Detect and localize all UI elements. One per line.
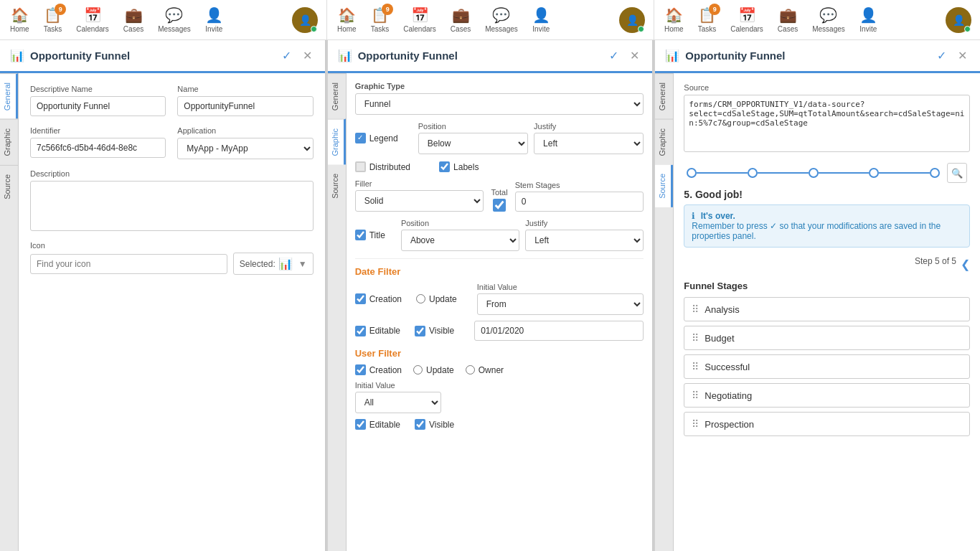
- total-checkbox[interactable]: [493, 199, 506, 212]
- date-initial-value-label: Initial Value: [477, 283, 644, 291]
- date-creation-label[interactable]: Creation: [355, 293, 402, 304]
- stem-stages-label: Stem Stages: [515, 181, 644, 189]
- nav-messages-3[interactable]: 💬 Messages: [805, 4, 852, 36]
- identifier-input[interactable]: [30, 138, 166, 158]
- nav-calendars-2[interactable]: 📅 Calendars: [396, 4, 443, 36]
- stage-name-successful: Successful: [705, 362, 750, 372]
- panel-2-check-btn[interactable]: ✓: [606, 47, 621, 64]
- stage-successful: ⠿ Successful: [684, 354, 970, 379]
- nav-tasks-2[interactable]: 📋 9 Tasks: [364, 4, 397, 36]
- panel-2-close-btn[interactable]: ✕: [627, 47, 642, 64]
- nav-calendars-1[interactable]: 📅 Calendars: [69, 4, 116, 36]
- calendars-icon-2: 📅: [411, 6, 429, 24]
- legend-checkbox-label[interactable]: Legend: [355, 133, 398, 143]
- panel-3-tab-source[interactable]: Source: [655, 165, 673, 207]
- panel-2-tab-graphic[interactable]: Graphic: [328, 119, 346, 165]
- date-editable-checkbox[interactable]: [355, 326, 366, 336]
- identifier-label: Identifier: [30, 126, 166, 135]
- date-visible-checkbox[interactable]: [415, 326, 425, 336]
- panel-3-tab-general[interactable]: General: [655, 73, 673, 119]
- panel-1: 📊 Opportunity Funnel ✓ ✕ General Graphic…: [0, 40, 326, 551]
- step-counter: Step 5 of 5: [915, 256, 956, 266]
- nav-cases-2[interactable]: 💼 Cases: [443, 4, 478, 36]
- calendars-icon-3: 📅: [738, 6, 756, 24]
- invite-icon-2: 👤: [532, 6, 550, 24]
- date-initial-value-select[interactable]: FromLast 7 daysLast 30 daysAll: [477, 293, 644, 315]
- step-back-btn[interactable]: ❮: [961, 258, 970, 271]
- justify-select-1[interactable]: LeftCenterRight: [534, 133, 644, 154]
- title-checkbox-label[interactable]: Title: [355, 230, 385, 240]
- name-input[interactable]: [177, 96, 313, 116]
- graphic-type-select[interactable]: Funnel: [355, 93, 644, 115]
- panel-3-tab-graphic[interactable]: Graphic: [655, 119, 673, 165]
- nav-invite-2[interactable]: 👤 Invite: [525, 4, 557, 36]
- nav-calendars-3[interactable]: 📅 Calendars: [723, 4, 771, 36]
- date-creation-checkbox[interactable]: [355, 293, 366, 304]
- position-select-1[interactable]: BelowAboveLeftRight: [418, 133, 528, 154]
- user-update-radio[interactable]: [413, 365, 423, 375]
- nav-cases-1[interactable]: 💼 Cases: [116, 4, 151, 36]
- stage-name-prospection: Prospection: [705, 419, 754, 430]
- position-select-2[interactable]: AboveBelow: [401, 230, 519, 251]
- distributed-checkbox[interactable]: [355, 161, 366, 172]
- panel-2-tab-general[interactable]: General: [328, 73, 346, 119]
- legend-checkbox[interactable]: [355, 133, 366, 143]
- panel-1-tab-source[interactable]: Source: [0, 165, 18, 208]
- user-visible-checkbox[interactable]: [415, 419, 425, 430]
- step-search-btn[interactable]: 🔍: [947, 163, 967, 183]
- nav-messages-1[interactable]: 💬 Messages: [151, 4, 198, 36]
- chart-icon-2: 📊: [338, 49, 352, 62]
- icon-selected-display: Selected: 📊 ▼: [233, 253, 314, 275]
- panel-1-check-btn[interactable]: ✓: [279, 47, 294, 64]
- distributed-label[interactable]: Distributed: [355, 161, 410, 172]
- user-editable-label[interactable]: Editable: [355, 419, 400, 430]
- panel-2-tab-source[interactable]: Source: [328, 165, 346, 207]
- filler-select[interactable]: SolidGradient: [355, 190, 484, 212]
- panel-1-tab-general[interactable]: General: [0, 73, 18, 119]
- date-editable-label[interactable]: Editable: [355, 326, 400, 336]
- user-editable-checkbox[interactable]: [355, 419, 366, 430]
- nav-invite-3[interactable]: 👤 Invite: [852, 4, 885, 36]
- nav-tasks-1[interactable]: 📋 9 Tasks: [37, 4, 70, 36]
- nav-messages-2[interactable]: 💬 Messages: [478, 4, 525, 36]
- stem-stages-input[interactable]: [515, 192, 644, 212]
- user-update-label[interactable]: Update: [413, 365, 454, 375]
- descriptive-name-input[interactable]: [30, 96, 166, 116]
- panel-1-title: Opportunity Funnel: [30, 50, 273, 62]
- description-textarea[interactable]: [30, 181, 314, 231]
- panel-1-close-btn[interactable]: ✕: [300, 47, 315, 64]
- nav-cases-3[interactable]: 💼 Cases: [771, 4, 805, 36]
- application-select[interactable]: MyApp - MyApp: [177, 138, 313, 159]
- nav-home-2[interactable]: 🏠 Home: [330, 4, 364, 36]
- user-creation-label[interactable]: Creation: [355, 364, 402, 375]
- labels-label[interactable]: Labels: [439, 161, 479, 172]
- nav-avatar-1[interactable]: 👤: [292, 7, 318, 33]
- title-checkbox[interactable]: [355, 230, 366, 240]
- justify-select-2[interactable]: LeftCenterRight: [525, 230, 644, 251]
- labels-checkbox[interactable]: [439, 161, 450, 172]
- date-update-radio[interactable]: [416, 294, 425, 303]
- panel-3-check-btn[interactable]: ✓: [934, 47, 949, 64]
- user-owner-label[interactable]: Owner: [466, 365, 504, 375]
- user-visible-label[interactable]: Visible: [415, 419, 454, 430]
- nav-invite-1[interactable]: 👤 Invite: [198, 4, 230, 36]
- source-textarea[interactable]: forms/CRM_OPPORTUNITY_V1/data-source?sel…: [684, 95, 970, 152]
- panel-3-close-btn[interactable]: ✕: [955, 47, 970, 64]
- panel-1-tab-graphic[interactable]: Graphic: [0, 119, 18, 165]
- total-label: Total: [491, 188, 507, 197]
- date-visible-label[interactable]: Visible: [415, 326, 454, 336]
- user-creation-checkbox[interactable]: [355, 364, 366, 375]
- user-owner-radio[interactable]: [466, 365, 475, 375]
- date-value-input[interactable]: [474, 321, 644, 341]
- nav-avatar-2[interactable]: 👤: [619, 7, 645, 33]
- nav-home-1[interactable]: 🏠 Home: [3, 4, 37, 36]
- nav-home-3[interactable]: 🏠 Home: [657, 4, 691, 36]
- nav-tasks-3[interactable]: 📋 9 Tasks: [691, 4, 724, 36]
- icon-dropdown-arrow[interactable]: ▼: [298, 259, 307, 269]
- nav-avatar-3[interactable]: 👤: [946, 7, 971, 33]
- messages-icon-3: 💬: [819, 6, 837, 24]
- stage-drag-icon-2: ⠿: [692, 332, 699, 344]
- user-initial-value-select[interactable]: AllCurrent UserTeam: [355, 392, 441, 413]
- date-update-label[interactable]: Update: [416, 294, 457, 304]
- icon-search-input[interactable]: [30, 254, 227, 274]
